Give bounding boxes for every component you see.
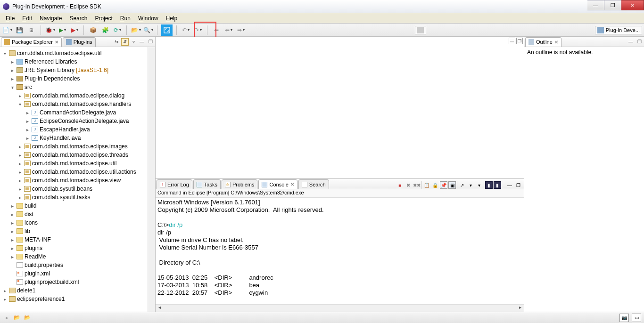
console-output[interactable]: Microsoft Windows [Version 6.1.7601] Cop… (156, 198, 524, 304)
last-edit-button[interactable]: ↶ (181, 25, 191, 35)
cmd-icon-1[interactable]: ▮ (485, 181, 493, 189)
project-tree[interactable]: ▾com.ddlab.rnd.tornado.eclipse.util ▸Ref… (0, 47, 148, 312)
collapse-all-button[interactable]: ⇆ (113, 38, 120, 46)
menu-edit[interactable]: Edit (18, 14, 36, 23)
tree-java[interactable]: EclipseConsoleActionDelegate.java (40, 118, 129, 124)
tree-project[interactable]: delete1 (17, 287, 35, 294)
remove-launch-button[interactable]: ✖ (405, 181, 412, 189)
back-button[interactable]: ⬅ (211, 25, 222, 35)
trim-layout-icon[interactable]: ▭ (632, 314, 641, 322)
console-type-button[interactable]: ▾ (475, 181, 483, 189)
perspective-switcher[interactable] (415, 26, 426, 34)
tree-jre[interactable]: JRE System Library [JavaSE-1.6] (25, 67, 108, 73)
status-icon-3[interactable]: 📂 (24, 314, 31, 322)
view-menu-button[interactable]: ▿ (130, 38, 137, 46)
back-history-button[interactable]: ⬅ (223, 25, 234, 35)
tree-pkg[interactable]: com.ddlab.sysutil.beans (32, 186, 92, 192)
new-plugin-button[interactable]: 📦 (88, 25, 98, 35)
link-editor-button[interactable]: ⇵ (121, 38, 129, 46)
menu-navigate[interactable]: Navigate (36, 14, 66, 23)
close-outline-icon[interactable]: ✕ (554, 40, 558, 45)
scroll-lock-button[interactable]: 🔒 (431, 181, 439, 189)
fullscreen-button[interactable] (161, 24, 173, 36)
search-button[interactable]: 🔍 (143, 25, 153, 35)
terminate-button[interactable]: ■ (396, 181, 404, 189)
tree-folder[interactable]: ReadMe (25, 253, 46, 260)
tree-java[interactable]: EscapeHandler.java (40, 126, 90, 133)
maximize-bottom-button[interactable]: ❐ (514, 181, 522, 189)
tree-pkg[interactable]: com.ddlab.sysutil.tasks (32, 194, 90, 201)
target-platform-button[interactable]: ⟳ (112, 25, 123, 35)
tree-file[interactable]: build.properties (25, 262, 63, 268)
external-tools-button[interactable]: ▶ (69, 25, 80, 35)
cmd-icon-2[interactable]: ▮ (494, 181, 501, 189)
open-type-button[interactable]: 📂 (131, 25, 141, 35)
status-icon-1[interactable]: ▫ (3, 314, 10, 322)
open-console-button[interactable]: ↗ (458, 181, 466, 189)
tab-outline[interactable]: Outline ✕ (525, 37, 561, 47)
remove-all-button[interactable]: ✖✖ (413, 181, 421, 189)
new-button[interactable]: 📄 (2, 25, 12, 35)
menu-run[interactable]: Run (116, 14, 134, 23)
tree-reflib[interactable]: Referenced Libraries (25, 58, 77, 65)
trim-camera-icon[interactable]: 📷 (619, 314, 629, 322)
tree-pkg[interactable]: com.ddlab.rnd.tornado.eclipse.view (32, 177, 121, 184)
status-icon-2[interactable]: 📂 (13, 314, 21, 322)
tab-package-explorer[interactable]: Package Explorer ✕ (1, 37, 62, 47)
tree-project[interactable]: com.ddlab.rnd.tornado.eclipse.util (17, 50, 101, 57)
tab-console[interactable]: Console✕ (258, 179, 297, 189)
tab-search[interactable]: Search (298, 179, 329, 189)
tree-pkg[interactable]: com.ddlab.rnd.tornado.eclipse.images (32, 143, 128, 150)
tree-folder[interactable]: build (25, 202, 36, 209)
save-button[interactable]: 💾 (14, 25, 25, 35)
perspective-plugin-dev[interactable]: Plug-in Deve... (595, 26, 642, 34)
clear-console-button[interactable]: 📋 (423, 181, 430, 189)
close-console-icon[interactable]: ✕ (290, 182, 294, 187)
minimize-bottom-button[interactable]: — (506, 181, 513, 189)
tree-java[interactable]: CommandActionDelegate.java (40, 109, 116, 116)
tree-folder[interactable]: lib (25, 228, 30, 234)
minimize-view-button[interactable]: — (138, 38, 146, 46)
menu-help[interactable]: Help (162, 14, 182, 23)
outline-maximize-button[interactable]: ❐ (636, 38, 643, 46)
tree-pkg[interactable]: com.ddlab.rnd.tornado.eclipse.handlers (32, 101, 131, 107)
tab-error-log[interactable]: Error Log (157, 179, 192, 189)
menu-file[interactable]: File (2, 14, 18, 23)
tree-plugdep[interactable]: Plug-in Dependencies (25, 75, 80, 82)
editor-maximize-button[interactable]: ❐ (516, 38, 523, 44)
tab-problems[interactable]: Problems (222, 179, 257, 189)
debug-button[interactable]: 🐞 (45, 25, 55, 35)
forward-button[interactable]: ➡ (236, 25, 246, 35)
tree-folder[interactable]: plugins (25, 245, 42, 251)
minimize-button[interactable]: — (587, 0, 604, 10)
editor-minimize-button[interactable]: — (509, 38, 515, 44)
display-selected-button[interactable]: ▣ (448, 181, 456, 189)
outline-minimize-button[interactable]: — (627, 38, 635, 46)
open-manifest-button[interactable]: 🧩 (100, 25, 110, 35)
tree-folder[interactable]: icons (25, 219, 38, 226)
menu-search[interactable]: Search (66, 14, 91, 23)
tree-pkg[interactable]: com.ddlab.rnd.tornado.eclipse.threads (32, 152, 128, 158)
tree-java[interactable]: KeyHandler.java (40, 135, 81, 141)
pin-console-button[interactable]: 📌 (440, 181, 447, 189)
tree-pkg[interactable]: com.ddlab.rnd.tornado.eclipse.util (32, 160, 116, 167)
next-annotation-button[interactable]: ↷ (193, 25, 203, 35)
tree-file[interactable]: pluginprojectbuild.xml (25, 279, 79, 285)
tab-tasks[interactable]: Tasks (193, 179, 221, 189)
close-tab-icon[interactable]: ✕ (55, 40, 58, 45)
tab-plugins[interactable]: Plug-ins (63, 37, 96, 47)
menu-project[interactable]: Project (91, 14, 116, 23)
save-all-button[interactable]: 🗎 (26, 25, 37, 35)
tree-scrollbar[interactable] (148, 47, 155, 312)
tree-project[interactable]: eclipsepreference1 (17, 296, 65, 302)
menu-window[interactable]: Window (134, 14, 162, 23)
console-h-scrollbar[interactable]: ◂▸ (156, 304, 524, 312)
tree-file[interactable]: plugin.xml (25, 270, 50, 277)
maximize-view-button[interactable]: ❐ (147, 38, 154, 46)
tree-src[interactable]: src (25, 84, 32, 90)
new-console-button[interactable]: ▾ (467, 181, 474, 189)
tree-pkg[interactable]: com.ddlab.rnd.tornado.eclipse.util.actio… (32, 169, 136, 175)
run-button[interactable]: ▶ (57, 25, 67, 35)
maximize-button[interactable]: ❐ (604, 0, 621, 10)
tree-folder[interactable]: META-INF (25, 236, 51, 243)
